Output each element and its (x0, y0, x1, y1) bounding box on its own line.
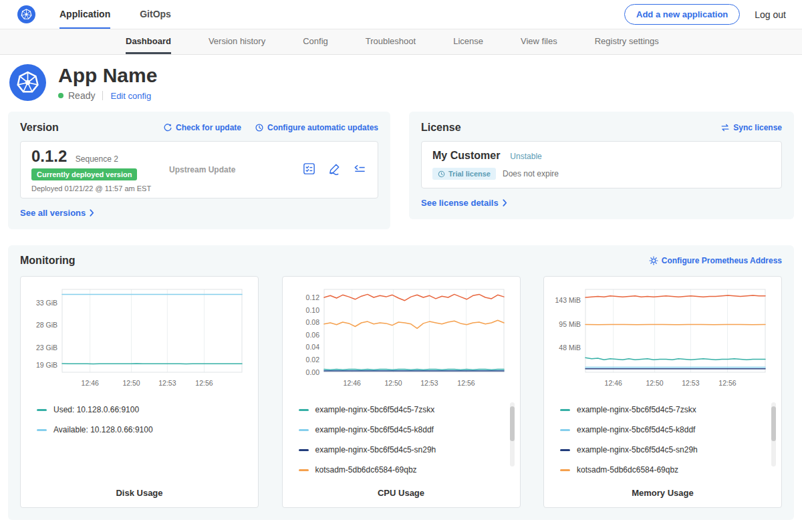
disk-usage-chart: 12:4612:5012:5312:5633 GiB28 GiB23 GiB19… (29, 285, 250, 390)
tab-gitops[interactable]: GitOps (140, 0, 171, 29)
svg-text:0.00: 0.00 (305, 368, 319, 376)
svg-text:0.06: 0.06 (305, 331, 319, 339)
svg-text:12:50: 12:50 (122, 379, 140, 387)
subnav-item-troubleshoot[interactable]: Troubleshoot (366, 29, 416, 54)
app-kubernetes-icon (9, 64, 46, 101)
chevron-right-icon (90, 209, 94, 217)
tab-application[interactable]: Application (59, 0, 110, 29)
top-nav-tabs: Application GitOps (59, 0, 200, 29)
status-dot (58, 93, 63, 98)
svg-text:12:50: 12:50 (384, 379, 402, 387)
legend-color-dash (37, 429, 47, 431)
legend-color-dash (299, 449, 309, 451)
svg-text:95 MiB: 95 MiB (559, 320, 581, 328)
subnav-item-license[interactable]: License (453, 29, 483, 54)
subnav-item-view-files[interactable]: View files (521, 29, 557, 54)
legend-scrollbar[interactable] (771, 402, 776, 467)
legend-item: example-nginx-5bc6f5d4c5-7zskx (560, 405, 773, 414)
svg-text:12:53: 12:53 (420, 379, 438, 387)
legend-label: Available: 10.128.0.66:9100 (53, 425, 153, 434)
disk-usage-title: Disk Usage (29, 488, 250, 498)
svg-text:12:46: 12:46 (343, 379, 360, 387)
check-for-update-link[interactable]: Check for update (163, 123, 241, 132)
legend-item: example-nginx-5bc6f5d4c5-sn29h (560, 445, 773, 454)
svg-text:0.04: 0.04 (305, 343, 319, 351)
legend-item: kotsadm-5db6dc6584-69qbz (299, 465, 512, 475)
legend-scrollbar[interactable] (510, 402, 515, 467)
license-expiration: Does not expire (503, 169, 559, 178)
legend-label: example-nginx-5bc6f5d4c5-k8ddf (577, 425, 695, 434)
disk-usage-legend: Used: 10.128.0.66:9100Available: 10.128.… (37, 405, 250, 480)
add-application-button[interactable]: Add a new application (624, 4, 740, 25)
deployed-timestamp: Deployed 01/21/22 @ 11:57 am EST (31, 184, 169, 192)
memory-usage-legend: example-nginx-5bc6f5d4c5-7zskxexample-ng… (560, 405, 773, 480)
logout-link[interactable]: Log out (755, 9, 786, 20)
legend-item: example-nginx-5bc6f5d4c5-7zskx (299, 405, 512, 414)
chevron-right-icon (503, 199, 507, 207)
legend-color-dash (299, 409, 309, 411)
svg-text:12:50: 12:50 (646, 379, 663, 387)
gear-icon (649, 256, 658, 265)
svg-text:12:53: 12:53 (682, 379, 699, 387)
version-number: 0.1.2 (31, 147, 67, 165)
monitoring-section: Monitoring Configure Prometheus Address … (8, 245, 794, 520)
version-card: Version Check for update Configure autom… (8, 112, 390, 229)
license-channel: Unstable (510, 152, 541, 161)
top-nav: Application GitOps Add a new application… (0, 0, 802, 29)
subnav-item-config[interactable]: Config (303, 29, 328, 54)
license-card: License Sync license My Customer Unstabl… (409, 112, 794, 219)
subnav-item-registry-settings[interactable]: Registry settings (595, 29, 659, 54)
release-notes-icon[interactable] (302, 162, 316, 178)
charts-row: 12:4612:5012:5312:5633 GiB28 GiB23 GiB19… (20, 276, 782, 508)
subnav-item-dashboard[interactable]: Dashboard (126, 29, 171, 54)
edit-config-icon[interactable] (327, 162, 342, 178)
legend-item: example-nginx-5bc6f5d4c5-k8ddf (299, 425, 512, 434)
legend-label: example-nginx-5bc6f5d4c5-7zskx (315, 405, 435, 414)
svg-text:12:53: 12:53 (158, 379, 176, 387)
legend-item: Available: 10.128.0.66:9100 (37, 425, 250, 434)
sub-nav: DashboardVersion historyConfigTroublesho… (0, 29, 802, 55)
subnav-item-version-history[interactable]: Version history (209, 29, 265, 54)
divider (102, 91, 103, 100)
cpu-usage-chart: 12:4612:5012:5312:560.120.100.080.060.04… (291, 285, 512, 390)
legend-scrollbar-thumb[interactable] (771, 406, 776, 441)
legend-label: Used: 10.128.0.66:9100 (53, 405, 139, 414)
legend-color-dash (299, 429, 309, 431)
view-diff-icon[interactable] (353, 162, 367, 178)
license-details-card: My Customer Unstable Trial license Does … (421, 141, 782, 188)
svg-text:0.08: 0.08 (305, 318, 319, 326)
version-sequence: Sequence 2 (76, 154, 118, 164)
svg-text:33 GiB: 33 GiB (36, 299, 57, 307)
app-header: App Name Ready Edit config (0, 55, 802, 108)
status-label: Ready (68, 90, 95, 101)
configure-auto-updates-link[interactable]: Configure automatic updates (255, 123, 378, 132)
legend-label: example-nginx-5bc6f5d4c5-sn29h (577, 445, 698, 454)
cpu-usage-legend: example-nginx-5bc6f5d4c5-7zskxexample-ng… (299, 405, 512, 480)
legend-item: kotsadm-5db6dc6584-69qbz (560, 465, 773, 475)
chart-card-cpu-usage: 12:4612:5012:5312:560.120.100.080.060.04… (282, 276, 521, 508)
svg-text:19 GiB: 19 GiB (36, 361, 57, 369)
customer-name: My Customer (432, 150, 500, 162)
legend-scrollbar-thumb[interactable] (510, 406, 515, 441)
kubernetes-logo-icon[interactable] (17, 5, 35, 23)
legend-label: example-nginx-5bc6f5d4c5-k8ddf (315, 425, 434, 434)
clock-icon (438, 170, 445, 178)
svg-text:12:56: 12:56 (195, 379, 213, 387)
version-heading: Version (20, 122, 59, 134)
deployed-badge: Currently deployed version (31, 168, 137, 180)
license-heading: License (421, 122, 461, 134)
see-license-details-link[interactable]: See license details (421, 198, 507, 208)
svg-text:12:46: 12:46 (605, 379, 622, 387)
sync-license-link[interactable]: Sync license (720, 123, 782, 132)
chart-card-memory-usage: 12:4612:5012:5312:56143 MiB95 MiB48 MiBe… (543, 276, 782, 508)
legend-label: example-nginx-5bc6f5d4c5-7zskx (577, 405, 696, 414)
svg-text:28 GiB: 28 GiB (36, 321, 57, 329)
edit-config-link[interactable]: Edit config (110, 91, 151, 101)
see-all-versions-link[interactable]: See all versions (20, 208, 94, 218)
sync-arrows-icon (720, 123, 730, 132)
memory-usage-chart: 12:4612:5012:5312:56143 MiB95 MiB48 MiB (552, 285, 773, 390)
configure-prometheus-link[interactable]: Configure Prometheus Address (649, 256, 782, 265)
svg-text:12:56: 12:56 (457, 379, 475, 387)
legend-item: example-nginx-5bc6f5d4c5-k8ddf (560, 425, 773, 434)
memory-usage-title: Memory Usage (552, 488, 773, 498)
